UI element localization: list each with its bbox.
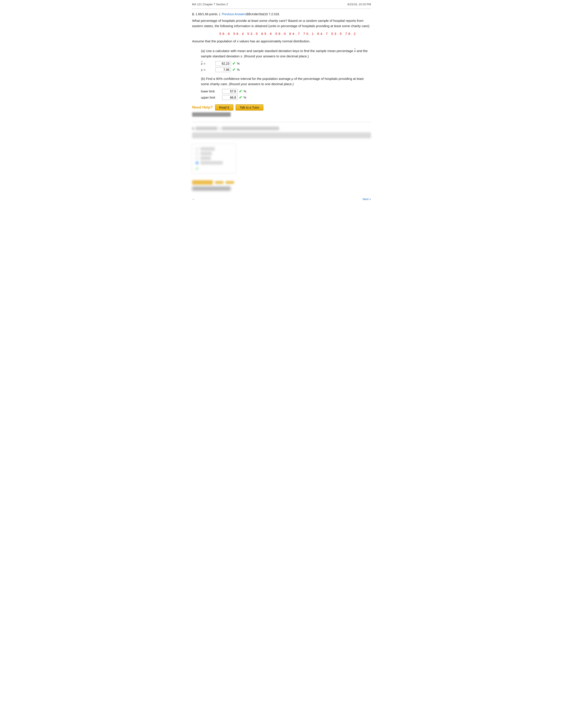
radio-option-2: binomial bbox=[195, 152, 233, 155]
s-row: s = 7.95 ✔ % bbox=[201, 67, 371, 72]
course-title: MA 121 Chapter 7 Section 2 bbox=[192, 3, 228, 6]
question-3-text: As the degrees of freedom increase, what… bbox=[192, 132, 371, 138]
need-help-label: Need Help? bbox=[192, 105, 213, 110]
lower-limit-label: lower limit bbox=[201, 90, 221, 93]
question-2-reference: BBUnderStat10 7.2.018. bbox=[246, 12, 280, 16]
footer-prev: ← bbox=[192, 197, 195, 201]
question-3-block: 3. 1.46/1.46 points | Previous AnswersBB… bbox=[192, 127, 371, 191]
question-2-points: 1.66/1.66 points bbox=[195, 12, 218, 16]
datetime: 8/15/16, 10:20 PM bbox=[348, 3, 371, 6]
radio-option-4: standard normal bbox=[195, 161, 233, 165]
question-3-points: 1.46/1.46 points bbox=[195, 127, 218, 130]
lower-checkmark: ✔ bbox=[239, 89, 242, 94]
my-work-row: Show My Work (Optional) bbox=[192, 112, 371, 117]
my-work-label-q3: Show My Work (Optional) bbox=[192, 186, 231, 191]
question-2-block: 2. 1.66/1.66 points | Previous AnswersBB… bbox=[192, 12, 371, 117]
upper-unit: % bbox=[243, 96, 246, 99]
question-2-number: 2. bbox=[192, 12, 195, 16]
lower-unit: % bbox=[243, 90, 246, 93]
footer-nav: ← Next » bbox=[192, 197, 371, 201]
q3-checkmark: ✔ bbox=[195, 167, 199, 171]
s-unit: % bbox=[237, 68, 239, 71]
radio-option-1: chi-square bbox=[195, 147, 233, 151]
read-it-button-q3 bbox=[215, 181, 223, 184]
radio-group: chi-square binomial uniform standard nor… bbox=[192, 144, 236, 174]
previous-answers-link[interactable]: Previous Answers bbox=[222, 12, 246, 16]
radio-uniform[interactable] bbox=[195, 157, 199, 160]
lower-limit-row: lower limit 57.6 ✔ % bbox=[201, 89, 371, 94]
header-bar: MA 121 Chapter 7 Section 2 8/15/16, 10:2… bbox=[192, 3, 371, 7]
data-values: 56.6 56.4 53.5 65.6 59.0 64.7 70.1 64.7 … bbox=[205, 32, 371, 36]
need-help-section-q3: Need Help? bbox=[192, 180, 371, 185]
question-3-reference: BBUnderStat10 7.1.385 bbox=[246, 127, 279, 130]
part-a: (a) Use a calculator with mean and sampl… bbox=[201, 47, 371, 72]
xbar-row: x = 62.23 ✔ % bbox=[201, 61, 371, 66]
section-divider bbox=[192, 122, 371, 122]
next-page-link[interactable]: Next » bbox=[363, 197, 371, 201]
talk-to-tutor-button[interactable]: Talk to a Tutor bbox=[235, 104, 263, 111]
need-help-section: Need Help? Read It Talk to a Tutor bbox=[192, 104, 371, 111]
radio-standard-normal[interactable] bbox=[195, 161, 199, 165]
s-label: s = bbox=[201, 68, 214, 72]
xbar-label: x = bbox=[201, 62, 214, 66]
s-input[interactable]: 7.95 bbox=[215, 67, 231, 72]
part-b: (b) Find a 90% confidence interval for t… bbox=[201, 76, 371, 100]
s-checkmark: ✔ bbox=[232, 67, 235, 72]
upper-limit-row: upper limit 66.8 ✔ % bbox=[201, 95, 371, 100]
question-2-meta: 2. 1.66/1.66 points | Previous AnswersBB… bbox=[192, 12, 371, 16]
my-work-label: Show My Work (Optional) bbox=[192, 112, 231, 117]
xbar-unit: % bbox=[237, 62, 239, 65]
need-help-label-q3: Need Help? bbox=[192, 180, 213, 185]
assume-text: Assume that the population of x values h… bbox=[192, 39, 371, 44]
question-3-prev-answers: Previous Answers bbox=[222, 127, 246, 130]
talk-to-tutor-button-q3 bbox=[226, 181, 234, 184]
question-3-meta: 3. 1.46/1.46 points | Previous AnswersBB… bbox=[192, 127, 371, 130]
xbar-input[interactable]: 62.23 bbox=[215, 61, 231, 66]
upper-limit-label: upper limit bbox=[201, 96, 221, 99]
xbar-checkmark: ✔ bbox=[232, 61, 235, 66]
read-it-button[interactable]: Read It bbox=[215, 104, 233, 111]
question-3-number: 3. bbox=[192, 127, 195, 130]
question-2-text: What percentage of hospitals provide at … bbox=[192, 18, 371, 29]
part-a-text: (a) Use a calculator with mean and sampl… bbox=[201, 47, 371, 59]
upper-checkmark: ✔ bbox=[239, 95, 242, 100]
lower-limit-input[interactable]: 57.6 bbox=[222, 89, 237, 94]
radio-option-3: uniform bbox=[195, 156, 233, 160]
radio-binomial[interactable] bbox=[195, 152, 199, 155]
part-b-text: (b) Find a 90% confidence interval for t… bbox=[201, 76, 371, 87]
radio-chi-square[interactable] bbox=[195, 147, 199, 151]
upper-limit-input[interactable]: 66.8 bbox=[222, 95, 237, 100]
my-work-row-q3: Show My Work (Optional) bbox=[192, 186, 371, 191]
